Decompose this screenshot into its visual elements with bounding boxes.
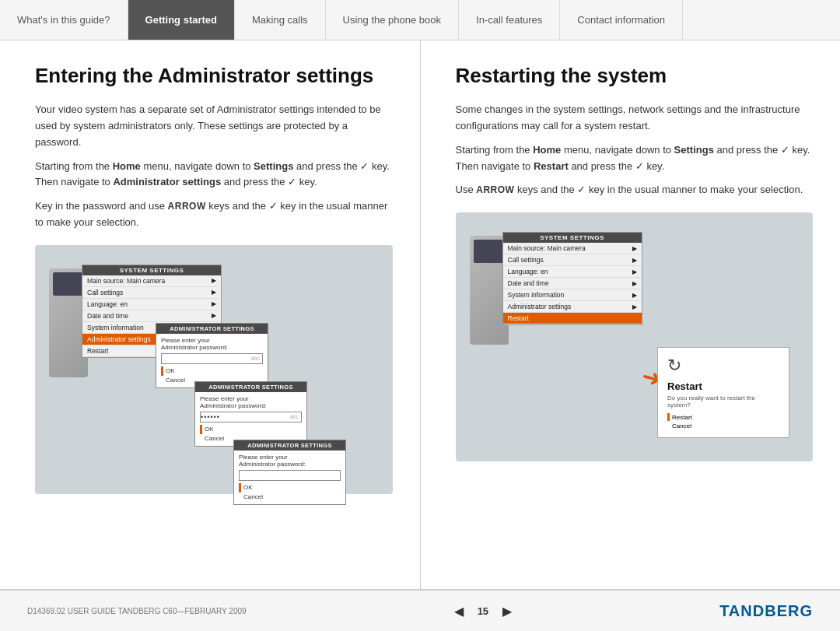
- main-content: Entering the Administrator settings Your…: [0, 40, 840, 590]
- nav-making-calls[interactable]: Making calls: [235, 0, 326, 40]
- restart-btn-label: Restart: [672, 414, 692, 421]
- left-para2: Starting from the Home menu, navigate do…: [35, 159, 393, 191]
- sys-row-datetime: Date and time▶: [82, 310, 221, 322]
- right-section-title: Restarting the system: [456, 64, 814, 88]
- orange-bar-1: [161, 366, 163, 376]
- orange-bar-3: [239, 483, 241, 493]
- cancel-btn-3: Cancel: [243, 493, 263, 500]
- right-sys-row-language: Language: en▶: [503, 266, 642, 278]
- right-device-screen: [474, 240, 505, 263]
- page-number: 15: [478, 605, 488, 617]
- cancel-btn-1: Cancel: [166, 377, 185, 384]
- admin-dialog-1-body: Please enter yourAdministrator password:…: [156, 334, 268, 387]
- next-page-button[interactable]: ▶: [502, 604, 512, 619]
- footer-doc-info: D14369.02 USER GUIDE TANDBERG C60—FEBRUA…: [27, 607, 247, 615]
- admin-dialog-3-title: ADMINISTRATOR SETTINGS: [234, 440, 345, 450]
- restart-btn-row: Restart: [667, 413, 779, 421]
- right-sys-row-sysinfo: System information▶: [503, 289, 642, 301]
- cancel-btn-2: Cancel: [205, 435, 224, 442]
- right-sys-row-mainsource: Main source: Main camera▶: [503, 243, 642, 254]
- admin-dialog-3-body: Please enter yourAdministrator password:…: [234, 450, 345, 504]
- right-sys-panel-title: SYSTEM SETTINGS: [503, 233, 642, 243]
- footer-pagination: ◀ 15 ▶: [454, 604, 512, 619]
- left-screenshot: SYSTEM SETTINGS Main source: Main camera…: [35, 245, 393, 494]
- ok-btn-3: OK: [243, 484, 253, 491]
- left-para3: Key in the password and use ARROW keys a…: [35, 198, 393, 231]
- nav-getting-started[interactable]: Getting started: [128, 0, 235, 40]
- admin-dialog-2: ADMINISTRATOR SETTINGS Please enter your…: [194, 381, 307, 447]
- brand-logo: TANDBERG: [719, 602, 813, 620]
- restart-orange-bar: [667, 413, 670, 421]
- nav-contact-information[interactable]: Contact information: [560, 0, 683, 40]
- restart-dialog-desc: Do you really want to restart the system…: [667, 394, 779, 408]
- footer: D14369.02 USER GUIDE TANDBERG C60—FEBRUA…: [0, 590, 840, 631]
- orange-bar-2: [200, 425, 202, 434]
- left-panel: Entering the Administrator settings Your…: [0, 40, 421, 589]
- right-para1: Some changes in the system settings, net…: [456, 102, 814, 135]
- restart-dialog-title: Restart: [667, 380, 779, 392]
- admin-dialog-1: ADMINISTRATOR SETTINGS Please enter your…: [156, 323, 268, 388]
- prev-page-button[interactable]: ◀: [454, 604, 464, 619]
- ok-btn-1: OK: [166, 367, 175, 374]
- admin-input-2: •••••• abc: [200, 412, 302, 422]
- admin-dialog-2-title: ADMINISTRATOR SETTINGS: [195, 382, 306, 392]
- top-navigation: What's in this guide? Getting started Ma…: [0, 0, 840, 40]
- ok-btn-2: OK: [205, 426, 214, 433]
- right-sys-row-datetime: Date and time▶: [503, 278, 642, 289]
- right-sys-panel: SYSTEM SETTINGS Main source: Main camera…: [502, 232, 642, 325]
- right-para2: Starting from the Home menu, navigate do…: [456, 142, 814, 175]
- nav-in-call-features[interactable]: In-call features: [459, 0, 560, 40]
- sys-row-callsettings: Call settings▶: [82, 287, 221, 299]
- admin-input-3: [239, 470, 341, 481]
- cancel-btn-row: Cancel: [667, 422, 779, 429]
- right-sys-row-restart: Restart: [503, 313, 642, 324]
- restart-dialog: ↻ Restart Do you really want to restart …: [657, 347, 789, 438]
- left-section-title: Entering the Administrator settings: [35, 64, 393, 88]
- sys-panel-title: SYSTEM SETTINGS: [82, 265, 221, 275]
- sys-row-mainsource: Main source: Main camera▶: [82, 275, 221, 287]
- right-para3: Use ARROW keys and the ✓ key in the usua…: [456, 182, 814, 198]
- right-sys-row-callsettings: Call settings▶: [503, 254, 642, 266]
- restart-cancel-label: Cancel: [672, 422, 691, 429]
- right-panel: Restarting the system Some changes in th…: [421, 40, 841, 589]
- admin-dialog-3: ADMINISTRATOR SETTINGS Please enter your…: [233, 440, 346, 505]
- nav-whats-in-guide[interactable]: What's in this guide?: [0, 0, 128, 40]
- admin-dialog-1-title: ADMINISTRATOR SETTINGS: [156, 324, 268, 334]
- sys-row-language: Language: en▶: [82, 299, 221, 310]
- right-screenshot: SYSTEM SETTINGS Main source: Main camera…: [456, 212, 814, 461]
- right-sys-row-admin: Administrator settings▶: [503, 301, 642, 313]
- admin-dialog-2-body: Please enter yourAdministrator password:…: [195, 392, 306, 446]
- left-para1: Your video system has a separate set of …: [35, 102, 393, 150]
- device-screen: [53, 272, 84, 296]
- nav-using-phone-book[interactable]: Using the phone book: [326, 0, 459, 40]
- restart-icon: ↻: [667, 356, 779, 376]
- admin-input-1: abc: [161, 353, 263, 364]
